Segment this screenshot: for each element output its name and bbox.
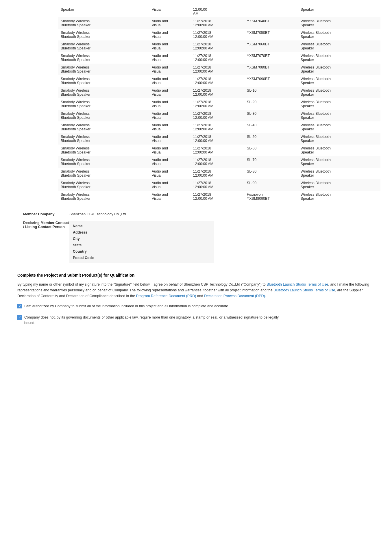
checkbox-item-1: ✓ I am authorized by Company to submit a… <box>17 304 375 309</box>
cell-product-model <box>244 6 298 17</box>
para4-text: and <box>196 294 204 298</box>
cell-product-date: 11/27/201812:00:00 AM <box>190 145 244 156</box>
table-row: Speaker Visual 12:00:00AM Speaker <box>58 6 380 17</box>
cell-product-model: YXSM7090BT <box>244 75 298 87</box>
member-label: Member Company <box>12 212 69 216</box>
cell-product-type: Audio andVisual <box>149 87 190 98</box>
cell-product-desc: Wireless BluetoothSpeaker <box>298 64 380 75</box>
cell-product-name: Smalody WirelessBluetooth Speaker <box>58 133 149 145</box>
cell-product-desc: Wireless BluetoothSpeaker <box>298 98 380 110</box>
cell-product-date: 11/27/201812:00:00 AM <box>190 110 244 121</box>
cell-product-date: 11/27/201812:00:00 AM <box>190 64 244 75</box>
cell-product-model: SL-20 <box>244 98 298 110</box>
contact-field-item: Country <box>73 249 210 254</box>
cell-product-desc: Wireless BluetoothSpeaker <box>298 40 380 52</box>
checkbox-icon-1[interactable]: ✓ <box>17 304 22 308</box>
declaring-row: Declaring Member Contact / Listing Conta… <box>12 220 380 264</box>
cell-product-name: Smalody WirelessBluetooth Speaker <box>58 75 149 87</box>
cell-product-date: 11/27/201812:00:00 AM <box>190 75 244 87</box>
link4[interactable]: Declaration Process Document (DPD). <box>204 294 266 298</box>
cell-product-model: YXSM7080BT <box>244 64 298 75</box>
table-row: Smalody WirelessBluetooth Speaker Audio … <box>58 168 380 179</box>
cell-product-desc: Wireless BluetoothSpeaker <box>298 52 380 64</box>
cell-product-date: 11/27/201812:00:00 AM <box>190 121 244 133</box>
cell-product-type: Audio andVisual <box>149 75 190 87</box>
cell-product-model: SL-10 <box>244 87 298 98</box>
cell-product-model: SL-90 <box>244 179 298 191</box>
cell-product-date: 11/27/201812:00:00 AM <box>190 133 244 145</box>
para1-text: By typing my name or other symbol of my … <box>17 282 267 286</box>
table-row: Smalody WirelessBluetooth Speaker Audio … <box>58 64 380 75</box>
complete-title: Complete the Project and Submit Product(… <box>17 273 375 278</box>
cell-product-name: Smalody WirelessBluetooth Speaker <box>58 168 149 179</box>
cell-product-type: Visual <box>149 6 190 17</box>
cell-product-name: Smalody WirelessBluetooth Speaker <box>58 98 149 110</box>
cell-product-type: Audio andVisual <box>149 17 190 29</box>
checkbox-text-1: I am authorized by Company to submit all… <box>24 304 284 309</box>
cell-product-type: Audio andVisual <box>149 145 190 156</box>
cell-product-date: 11/27/201812:00:00 AM <box>190 52 244 64</box>
cell-product-desc: Wireless BluetoothSpeaker <box>298 29 380 40</box>
cell-product-date: 11/27/201812:00:00 AM <box>190 17 244 29</box>
cell-product-date: 11/27/201812:00:00 AM <box>190 168 244 179</box>
product-table: Speaker Visual 12:00:00AM Speaker Smalod… <box>58 6 380 202</box>
contact-field-item: Postal Code <box>73 255 210 261</box>
cell-product-type: Audio andVisual <box>149 64 190 75</box>
cell-product-desc: Wireless BluetoothSpeaker <box>298 17 380 29</box>
cell-product-desc: Wireless BluetoothSpeaker <box>298 75 380 87</box>
cell-product-type: Audio andVisual <box>149 98 190 110</box>
link3[interactable]: Program Reference Document (PRD) <box>136 294 196 298</box>
cell-product-model: SL-70 <box>244 156 298 168</box>
complete-section: Complete the Project and Submit Product(… <box>12 273 380 325</box>
cell-product-model: YXSM7070BT <box>244 52 298 64</box>
checkbox-item-2: ✓ Company does not, by its governing doc… <box>17 315 375 326</box>
table-row: Smalody WirelessBluetooth Speaker Audio … <box>58 75 380 87</box>
page-wrapper: Speaker Visual 12:00:00AM Speaker Smalod… <box>0 0 392 337</box>
cell-product-name: Smalody WirelessBluetooth Speaker <box>58 87 149 98</box>
table-row: Smalody WirelessBluetooth Speaker Audio … <box>58 40 380 52</box>
cell-product-name: Smalody WirelessBluetooth Speaker <box>58 64 149 75</box>
member-row: Member Company Shenzhen CBP Technology C… <box>12 211 380 217</box>
declaring-label: Declaring Member Contact / Listing Conta… <box>12 221 69 229</box>
cell-product-desc: Wireless BluetoothSpeaker <box>298 168 380 179</box>
table-row: Smalody WirelessBluetooth Speaker Audio … <box>58 191 380 202</box>
table-row: Smalody WirelessBluetooth Speaker Audio … <box>58 29 380 40</box>
cell-product-desc: Wireless BluetoothSpeaker <box>298 191 380 202</box>
cell-product-desc: Wireless BluetoothSpeaker <box>298 156 380 168</box>
table-row: Smalody WirelessBluetooth Speaker Audio … <box>58 98 380 110</box>
cell-product-name: Smalody WirelessBluetooth Speaker <box>58 52 149 64</box>
cell-product-date: 11/27/201812:00:00 AM <box>190 156 244 168</box>
cell-product-date: 11/27/201812:00:00 AM <box>190 98 244 110</box>
cell-product-type: Audio andVisual <box>149 52 190 64</box>
cell-product-desc: Wireless BluetoothSpeaker <box>298 87 380 98</box>
table-row: Smalody WirelessBluetooth Speaker Audio … <box>58 145 380 156</box>
table-row: Smalody WirelessBluetooth Speaker Audio … <box>58 121 380 133</box>
cell-product-type: Audio andVisual <box>149 121 190 133</box>
cell-product-desc: Wireless BluetoothSpeaker <box>298 110 380 121</box>
cell-product-name: Smalody WirelessBluetooth Speaker <box>58 121 149 133</box>
complete-paragraph: By typing my name or other symbol of my … <box>17 282 375 299</box>
table-row: Smalody WirelessBluetooth Speaker Audio … <box>58 156 380 168</box>
table-row: Smalody WirelessBluetooth Speaker Audio … <box>58 87 380 98</box>
member-value: Shenzhen CBP Technology Co.,Ltd <box>69 212 126 216</box>
contact-field-item: City <box>73 236 210 242</box>
cell-product-name: Smalody WirelessBluetooth Speaker <box>58 40 149 52</box>
cell-product-name: Smalody WirelessBluetooth Speaker <box>58 179 149 191</box>
cell-product-model: SL-30 <box>244 110 298 121</box>
cell-product-model: SL-40 <box>244 121 298 133</box>
cell-product-name: Smalody WirelessBluetooth Speaker <box>58 29 149 40</box>
cell-product-name: Smalody WirelessBluetooth Speaker <box>58 145 149 156</box>
cell-product-name: Smalody WirelessBluetooth Speaker <box>58 156 149 168</box>
cell-product-type: Audio andVisual <box>149 191 190 202</box>
cell-product-model: SL-80 <box>244 168 298 179</box>
cell-product-desc: Wireless BluetoothSpeaker <box>298 121 380 133</box>
contact-field-item: State <box>73 242 210 248</box>
cell-product-type: Audio andVisual <box>149 168 190 179</box>
table-row: Smalody WirelessBluetooth Speaker Audio … <box>58 17 380 29</box>
link2[interactable]: Bluetooth Launch Studio Terms of Use <box>273 288 335 292</box>
link1[interactable]: Bluetooth Launch Studio Terms of Use <box>267 282 328 286</box>
cell-product-date: 11/27/201812:00:00 AM <box>190 191 244 202</box>
table-row: Smalody WirelessBluetooth Speaker Audio … <box>58 110 380 121</box>
checkbox-icon-2[interactable]: ✓ <box>17 315 22 320</box>
cell-product-type: Audio andVisual <box>149 29 190 40</box>
